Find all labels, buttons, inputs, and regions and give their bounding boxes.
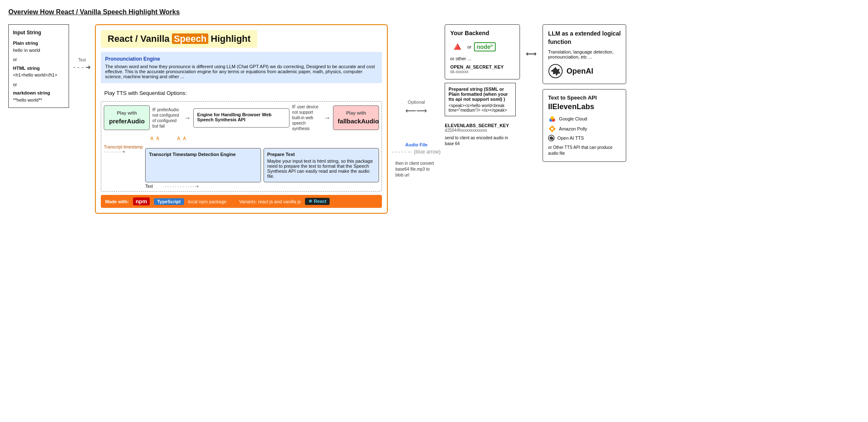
llm-items: Translation, language detection, pronoun… [548, 49, 621, 59]
page-container: Overview How React / Vanilla Speech High… [8, 8, 860, 214]
amazon-polly-icon [548, 125, 556, 133]
tts-title: Text to Speech API [548, 95, 621, 101]
pronunciation-desc: The shown word and how they pronounce is… [105, 64, 378, 79]
variants: Variants: react js and vanilla js [239, 199, 301, 204]
elevenlabs-key-area: ELEVENLABS_SECRET_KEY d25044fxxxxxxxxxxx… [445, 120, 520, 147]
audio-file-label: Audio File [405, 142, 428, 147]
openai-tts-label: Open AI TTS [557, 136, 584, 141]
arrow2: → [324, 114, 330, 122]
engine-box: Engine for Handling Browser Web Speech S… [193, 108, 289, 128]
input-string-title: Input String [13, 29, 64, 36]
ts-badge: TypeScript [154, 198, 184, 205]
node-logo: nodejs [474, 42, 496, 51]
made-with-label: Made with: [105, 199, 129, 204]
bottom-section: Transcript Timestamp Detection Engine Pr… [145, 148, 379, 182]
caret-row: ∧∧ ∧∧ [150, 135, 379, 141]
elevenlabs-key-label: ELEVENLABS_SECRET_KEY [445, 123, 520, 128]
other-tts-label: or Other TTS API that can produce audio … [548, 145, 621, 156]
backend-logos: 🔺 or nodejs [450, 40, 515, 54]
llm-title: LLM as a extended logical function [548, 30, 621, 46]
amazon-polly-label: Amazon Polly [559, 126, 587, 131]
google-cloud-row: Google Cloud [548, 115, 621, 123]
react-badge: ⚛ React [305, 198, 330, 205]
title-part1: React / Vanilla [108, 33, 172, 44]
llm-box: LLM as a extended logical function Trans… [543, 24, 626, 84]
title-part2: Highlight [208, 33, 251, 44]
dashed-right-1: - - - - - - - ➜ [104, 149, 143, 154]
main-orange-box: React / Vanilla Speech Highlight Pronoun… [95, 24, 388, 214]
prepare-box: Prepare Text Maybe your input text is ht… [264, 148, 379, 182]
dashed-right-2: - - - - - - - - - - - - ➜ [164, 184, 198, 189]
title-highlight: Speech [172, 33, 208, 44]
optional-connector: Optional ⟵⟶ Audio File - - - - - ← (blue… [392, 24, 440, 178]
openai-key-label: OPEN_AI_SECRET_KEY [450, 64, 515, 69]
ts-label-area: Transcript timestamp - - - - - - - ➜ [104, 145, 143, 154]
tts-row: Play with preferAudio IF preferAudio not… [104, 104, 379, 131]
openai-logo: OpenAI [548, 64, 621, 79]
right-section: LLM as a extended logical function Trans… [543, 24, 626, 162]
text-row: Text - - - - - - - - - - - - ➜ [145, 184, 379, 189]
play-fallback-value: fallbackAudio [338, 117, 374, 125]
bottom-boxes: Transcript Timestamp Detection Engine Pr… [145, 145, 379, 189]
html-label: HTML string [13, 65, 64, 72]
or-other: or other ... [450, 56, 515, 61]
or1: or [13, 56, 64, 63]
transcript-title: Transcript Timestamp Detection Engine [149, 152, 257, 157]
google-cloud-label: Google Cloud [559, 116, 587, 121]
pronunciation-box: Pronounciation Engine The shown word and… [101, 52, 382, 83]
engine-title: Engine for Handling Browser Web Speech S… [197, 112, 286, 122]
optional-label: Optional [408, 100, 425, 105]
bottom-row: Transcript timestamp - - - - - - - ➜ Tra… [104, 145, 379, 189]
plain-label: Plain string [13, 40, 64, 47]
html-value: <h1>hello world</h1> [13, 72, 64, 79]
or-text: or [467, 44, 471, 49]
svg-point-3 [551, 116, 554, 120]
prepared-string-box: Prepared string (SSML or Plain formatted… [445, 83, 516, 116]
npm-badge: npm [133, 197, 149, 205]
backend-title: Your Backend [450, 30, 515, 36]
convert-label: then in client convert base64 file.mp3 t… [395, 161, 437, 178]
caret-pair-2: ∧∧ [177, 135, 187, 141]
text-label2: Text [145, 184, 162, 189]
openai-tts-row: Open AI TTS [548, 135, 621, 141]
amazon-polly-row: Amazon Polly [548, 125, 621, 133]
h-arrow-backend-right: ⟷ [524, 24, 538, 59]
tts-dashed-border: Play with preferAudio IF preferAudio not… [101, 101, 382, 192]
prepare-title: Prepare Text [267, 152, 376, 157]
backend-area: Your Backend 🔺 or nodejs or other ... OP… [445, 24, 520, 147]
play-prefer-box: Play with preferAudio [104, 105, 150, 130]
plain-value: hello \n world [13, 47, 64, 54]
local-npm: local npm package [188, 199, 227, 204]
tts-box: Text to Speech API IIElevenLabs Google C… [543, 89, 626, 162]
transcript-box: Transcript Timestamp Detection Engine [145, 148, 261, 182]
input-string-box: Input String Plain string hello \n world… [8, 24, 69, 108]
openai-label: OpenAI [566, 67, 593, 76]
google-cloud-icon [548, 115, 556, 123]
text-label-connector: Text [78, 58, 86, 62]
dashed-arrow: - - - ➜ [73, 63, 91, 71]
page-title: Overview How React / Vanilla Speech High… [8, 8, 860, 16]
svg-point-5 [551, 128, 553, 130]
prepare-desc: Maybe your input text is html string, so… [267, 159, 376, 179]
backend-box: Your Backend 🔺 or nodejs or other ... OP… [445, 24, 520, 79]
elevenlabs-label: IIElevenLabs [548, 102, 621, 111]
made-with-bar: Made with: npm TypeScript local npm pack… [101, 195, 382, 208]
laravel-logo: 🔺 [450, 40, 465, 54]
markdown-label: markdown string [13, 90, 64, 97]
prepared-title: Prepared string (SSML or Plain formatted… [448, 87, 512, 102]
play-fallback-label: Play with [338, 110, 374, 116]
audio-file-arrows: - - - - - ← (blue arrow) [392, 149, 440, 155]
main-layout: Input String Plain string hello \n world… [8, 24, 860, 214]
or2: or [13, 81, 64, 88]
openai-tts-icon [548, 135, 555, 141]
play-fallback-box: Play with fallbackAudio [333, 105, 379, 130]
play-prefer-value: preferAudio [108, 117, 145, 125]
prepared-example: <speak><s>hello world<break time="medium… [448, 103, 512, 113]
send-encoded: send to client as encoded audio in base … [445, 135, 512, 147]
text-connector: Text - - - ➜ [73, 24, 91, 71]
transcript-ts-label: Transcript timestamp [104, 145, 143, 149]
play-prefer-label: Play with [108, 110, 145, 116]
elevenlabs-key-value: d25044fxxxxxxxxxxxxx [445, 128, 520, 133]
if-not-configured: IF preferAudio not configured of configu… [152, 107, 182, 129]
caret-pair-1: ∧∧ [150, 135, 160, 141]
